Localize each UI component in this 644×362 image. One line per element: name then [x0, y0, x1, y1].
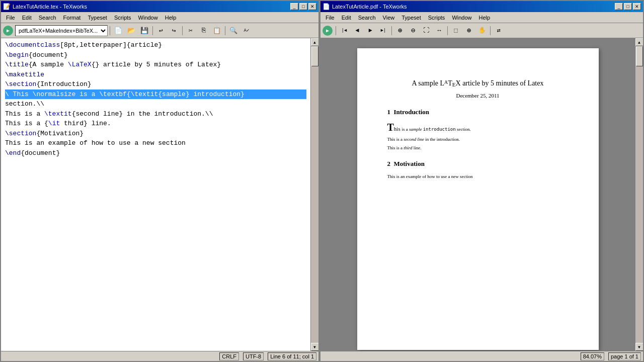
zoom-in-button[interactable]: ⊕: [394, 25, 406, 36]
cursor-tool-icon: ⬚: [454, 27, 457, 34]
scroll-down-button[interactable]: ▼: [311, 343, 319, 351]
cursor-tool-button[interactable]: ⬚: [450, 25, 462, 36]
cmd-it: \it: [48, 120, 60, 127]
pdf-section-1-heading: 1 Introduction: [387, 108, 569, 117]
pdf-status-bar: 84.07% page 1 of 1: [320, 351, 643, 361]
spellcheck-icon: A✓: [244, 28, 250, 33]
editor-menu-scripts[interactable]: Scripts: [111, 14, 134, 22]
redo-button[interactable]: ↪: [168, 25, 180, 36]
editor-menu-search[interactable]: Search: [36, 14, 59, 22]
pdf-menu-window[interactable]: Window: [449, 14, 474, 22]
search-button[interactable]: 🔍: [227, 25, 239, 36]
pdf-toolbar-sep-4: [490, 26, 491, 35]
typeset-select[interactable]: pdfLaTeX+MakeIndex+BibTeX...: [15, 25, 108, 36]
pdf-title-area: 📄 LatexTutArticle.pdf - TeXworks: [323, 3, 407, 10]
pdf-minimize-button[interactable]: _: [615, 3, 623, 10]
fit-page-button[interactable]: ⛶: [420, 25, 432, 36]
pdf-section-2-body: This is an example of how to use a new s…: [387, 172, 569, 180]
editor-status-bar: CRLF UTF-8 Line 6 of 11; col 1: [1, 351, 318, 361]
pdf-scroll-up-button[interactable]: ▲: [635, 38, 643, 46]
go-prev-button[interactable]: ◄: [351, 25, 363, 36]
pdf-menu-view[interactable]: View: [380, 14, 398, 22]
editor-menu-file[interactable]: File: [3, 14, 18, 22]
pdf-menu-scripts[interactable]: Scripts: [425, 14, 448, 22]
pdf-scroll-thumb[interactable]: [636, 46, 643, 66]
editor-content-area: \documentclass[8pt,letterpaper]{article}…: [1, 38, 318, 351]
pdf-page: A sample LATEX article by 5 minutes of L…: [357, 48, 599, 350]
pdf-viewer[interactable]: A sample LATEX article by 5 minutes of L…: [320, 38, 635, 351]
code-line-5: \section{Introduction}: [5, 79, 306, 89]
pdf-menu-file[interactable]: File: [323, 14, 338, 22]
pdf-menu-search[interactable]: Search: [355, 14, 379, 22]
cursor-position-status: Line 6 of 11; col 1: [268, 352, 316, 360]
redo-icon: ↪: [172, 27, 176, 35]
editor-minimize-button[interactable]: _: [290, 3, 298, 10]
kw-end: \end: [5, 149, 21, 157]
pdf-document-date: December 25, 2011: [387, 92, 569, 100]
editor-menu-window[interactable]: Window: [135, 14, 161, 22]
open-file-icon: 📂: [127, 27, 135, 35]
kw-begin: \begin: [5, 51, 29, 59]
code-line-10: \section{Motivation}: [5, 129, 306, 139]
scroll-up-button[interactable]: ▲: [311, 38, 319, 46]
open-file-button[interactable]: 📂: [125, 25, 137, 36]
spellcheck-button[interactable]: A✓: [240, 25, 253, 36]
pdf-menu-help[interactable]: Help: [476, 14, 494, 22]
go-first-icon: |◄: [342, 28, 347, 33]
zoom-out-button[interactable]: ⊖: [407, 25, 419, 36]
pdf-typeset-button[interactable]: ▶: [323, 26, 333, 36]
editor-scrollbar[interactable]: ▲ ▼: [310, 38, 318, 351]
pdf-menu-typeset[interactable]: Typeset: [398, 14, 424, 22]
toolbar-sep-4: [225, 26, 225, 35]
kw-section-intro: \section: [5, 80, 36, 88]
toolbar-sep-3: [182, 26, 183, 35]
kw-maketitle: \maketitle: [5, 71, 44, 78]
pdf-second-line: This is a second line in the introductio…: [387, 137, 460, 142]
pdf-intro-section-word: section.: [457, 127, 471, 132]
sync-source-button[interactable]: ⇄: [493, 25, 505, 36]
editor-menu-edit[interactable]: Edit: [19, 14, 35, 22]
toolbar-sep-2: [152, 26, 153, 35]
pdf-content-area: A sample LATEX article by 5 minutes of L…: [320, 38, 643, 351]
paste-icon: 📋: [213, 27, 221, 35]
go-next-button[interactable]: ►: [364, 25, 376, 36]
mag-tool-button[interactable]: ⊕: [463, 25, 475, 36]
pdf-scrollbar[interactable]: ▲ ▼: [635, 38, 643, 351]
pdf-maximize-button[interactable]: □: [624, 3, 632, 10]
pdf-scroll-down-button[interactable]: ▼: [635, 343, 643, 351]
undo-icon: ↩: [159, 27, 163, 35]
typeset-run-button[interactable]: ▶: [3, 26, 13, 36]
hand-tool-button[interactable]: ✋: [476, 25, 488, 36]
go-last-icon: ►|: [381, 28, 386, 33]
mag-tool-icon: ⊕: [467, 26, 471, 35]
copy-button[interactable]: ⎘: [198, 25, 210, 36]
editor-title-bar: 📝 LatexTutArticle.tex - TeXworks _ □ ✕: [1, 1, 318, 12]
pdf-window-icon: 📄: [323, 3, 330, 10]
pdf-menu-edit[interactable]: Edit: [339, 14, 354, 22]
save-file-button[interactable]: 💾: [138, 25, 150, 36]
editor-close-button[interactable]: ✕: [308, 3, 316, 10]
pdf-toolbar-sep-3: [447, 26, 448, 35]
pdf-dropcap: T: [387, 122, 394, 133]
toolbar-sep-1: [110, 26, 110, 35]
editor-menu-typeset[interactable]: Typeset: [85, 14, 110, 22]
paste-button[interactable]: 📋: [211, 25, 223, 36]
code-line-11: This is an example of how to use a new s…: [5, 138, 306, 148]
pdf-scroll-track: [635, 46, 643, 343]
editor-menu-format[interactable]: Format: [60, 14, 84, 22]
code-editor[interactable]: \documentclass[8pt,letterpaper]{article}…: [1, 38, 310, 351]
undo-button[interactable]: ↩: [155, 25, 167, 36]
pdf-motivation-text: This is an example of how to use a new s…: [387, 174, 473, 179]
pdf-close-button[interactable]: ✕: [633, 3, 641, 10]
editor-window-controls: _ □ ✕: [290, 3, 316, 10]
cut-button[interactable]: ✂: [185, 25, 197, 36]
fit-width-button[interactable]: ↔: [433, 25, 445, 36]
new-file-button[interactable]: 📄: [112, 25, 124, 36]
editor-menu-help[interactable]: Help: [162, 14, 180, 22]
go-first-button[interactable]: |◄: [338, 25, 350, 36]
scroll-thumb[interactable]: [311, 46, 318, 66]
go-last-button[interactable]: ►|: [377, 25, 389, 36]
editor-maximize-button[interactable]: □: [299, 3, 307, 10]
pdf-toolbar-sep-2: [391, 26, 392, 35]
zoom-in-icon: ⊕: [398, 26, 402, 35]
